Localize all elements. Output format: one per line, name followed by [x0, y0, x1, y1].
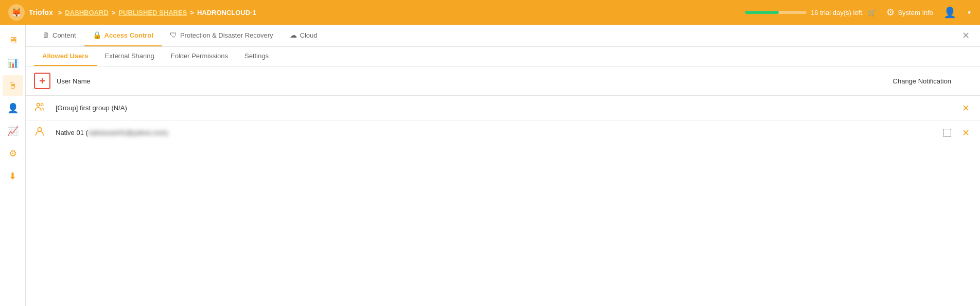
breadcrumb-published-shares[interactable]: PUBLISHED SHARES: [118, 9, 187, 16]
column-notification: Change Notification: [889, 77, 972, 85]
trial-progress-bar: [745, 11, 779, 14]
tab-content-label: Content: [52, 31, 76, 39]
row-user-name-visible: Native 01 (: [56, 129, 88, 137]
tab-protection-disaster-recovery[interactable]: 🛡 Protection & Disaster Recovery: [162, 25, 282, 46]
monitor-icon: 🖥: [8, 35, 18, 46]
breadcrumb-current: HADRONCLOUD-1: [197, 9, 256, 16]
sidebar-item-downloads[interactable]: ⬇: [3, 166, 23, 186]
group-icon: [34, 101, 49, 115]
sidebar: 🖥 📊 🖱 👤 📈 ⚙ ⬇: [0, 25, 26, 306]
tab-access-control-label: Access Control: [104, 31, 153, 39]
row-user-name-blurred: nativeuser01@yahoo.com): [88, 129, 168, 137]
row-group-delete-button[interactable]: ✕: [959, 103, 972, 114]
sidebar-item-shares[interactable]: 🖱: [3, 75, 23, 96]
table-area: + User Name Change Notification [Group] …: [26, 66, 980, 306]
logo-icon: 🦊: [8, 4, 25, 21]
trial-label: 16 trial day(s) left.: [811, 9, 864, 16]
sub-tab-settings[interactable]: Settings: [236, 47, 277, 66]
content-area: 🖥 Content 🔒 Access Control 🛡 Protection …: [26, 25, 980, 306]
logo: 🦊 Triofox: [8, 4, 53, 21]
sub-tab-settings-label: Settings: [244, 52, 269, 60]
cloud-icon: ☁: [290, 31, 297, 39]
chevron-down-icon: ▼: [967, 10, 972, 15]
table-row: [Group] first group (N/A) ✕: [26, 96, 980, 121]
download-icon: ⬇: [9, 171, 16, 182]
add-user-button[interactable]: +: [34, 73, 50, 89]
breadcrumb: > DASHBOARD > PUBLISHED SHARES > HADRONC…: [57, 9, 256, 16]
user-avatar-icon[interactable]: 👤: [943, 6, 956, 19]
system-info-button[interactable]: ⚙ System Info: [886, 7, 933, 18]
sub-tab-external-sharing-label: External Sharing: [105, 52, 154, 60]
shield-icon: 🛡: [170, 31, 177, 39]
logo-text: Triofox: [29, 8, 53, 16]
table-row: Native 01 (nativeuser01@yahoo.com) ✕: [26, 121, 980, 145]
tab-access-control[interactable]: 🔒 Access Control: [84, 25, 162, 46]
main-layout: 🖥 📊 🖱 👤 📈 ⚙ ⬇ 🖥 Content 🔒: [0, 25, 980, 306]
sidebar-item-users[interactable]: 👤: [3, 98, 23, 118]
sub-tab-allowed-users-label: Allowed Users: [42, 52, 89, 60]
breadcrumb-separator1: >: [58, 9, 62, 16]
table-header: + User Name Change Notification: [26, 66, 980, 96]
analytics-icon: 📈: [7, 125, 19, 137]
row-group-name: [Group] first group (N/A): [56, 104, 877, 112]
svg-point-0: [37, 104, 40, 107]
row-user-notification-checkbox[interactable]: [943, 129, 951, 137]
sidebar-item-settings[interactable]: ⚙: [3, 143, 23, 164]
sub-tabs: Allowed Users External Sharing Folder Pe…: [26, 47, 980, 66]
navbar: 🦊 Triofox > DASHBOARD > PUBLISHED SHARES…: [0, 0, 980, 25]
lock-icon: 🔒: [93, 31, 101, 39]
user-icon: 👤: [7, 103, 19, 114]
column-username: User Name: [57, 77, 889, 85]
system-info-label: System Info: [898, 9, 933, 16]
desktop-icon: 🖱: [8, 80, 18, 91]
tab-protection-label: Protection & Disaster Recovery: [180, 31, 273, 39]
row-user-delete-button[interactable]: ✕: [959, 127, 972, 139]
sub-tab-folder-permissions-label: Folder Permissions: [171, 52, 228, 60]
row-user-name: Native 01 (nativeuser01@yahoo.com): [56, 129, 877, 137]
settings-icon: ⚙: [9, 148, 17, 159]
gear-icon: ⚙: [886, 7, 895, 18]
svg-point-1: [41, 104, 43, 106]
trial-info: 16 trial day(s) left. 🛒: [745, 9, 876, 16]
sidebar-item-dashboard[interactable]: 🖥: [3, 30, 23, 50]
sidebar-item-reports[interactable]: 📊: [3, 53, 23, 73]
breadcrumb-dashboard[interactable]: DASHBOARD: [65, 9, 109, 16]
sidebar-item-analytics[interactable]: 📈: [3, 121, 23, 141]
chart-icon: 📊: [7, 57, 19, 69]
tab-content[interactable]: 🖥 Content: [34, 25, 84, 46]
navbar-right: 16 trial day(s) left. 🛒 ⚙ System Info 👤 …: [745, 6, 972, 19]
sub-tab-allowed-users[interactable]: Allowed Users: [34, 47, 97, 66]
tab-cloud[interactable]: ☁ Cloud: [282, 25, 326, 46]
cart-icon[interactable]: 🛒: [868, 9, 876, 16]
user-row-icon: [34, 126, 49, 140]
row-user-checkbox-area[interactable]: [877, 129, 959, 137]
main-tabs: 🖥 Content 🔒 Access Control 🛡 Protection …: [26, 25, 980, 47]
svg-point-2: [38, 128, 41, 131]
monitor-tab-icon: 🖥: [42, 31, 49, 39]
close-main-button[interactable]: ✕: [960, 28, 972, 43]
tab-cloud-label: Cloud: [300, 31, 318, 39]
sub-tab-folder-permissions[interactable]: Folder Permissions: [163, 47, 236, 66]
trial-progress-bar-container: [745, 11, 807, 14]
sub-tab-external-sharing[interactable]: External Sharing: [97, 47, 163, 66]
